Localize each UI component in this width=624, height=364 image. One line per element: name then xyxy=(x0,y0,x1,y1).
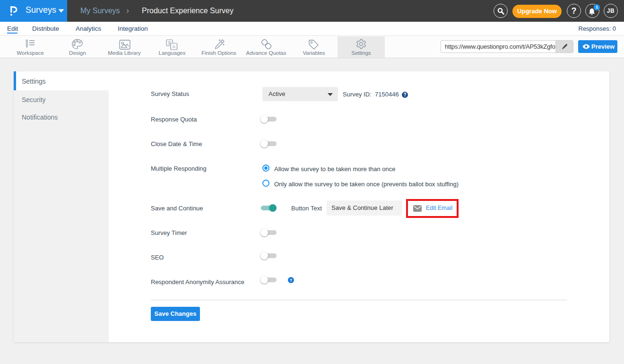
svg-text:A: A xyxy=(173,44,175,49)
